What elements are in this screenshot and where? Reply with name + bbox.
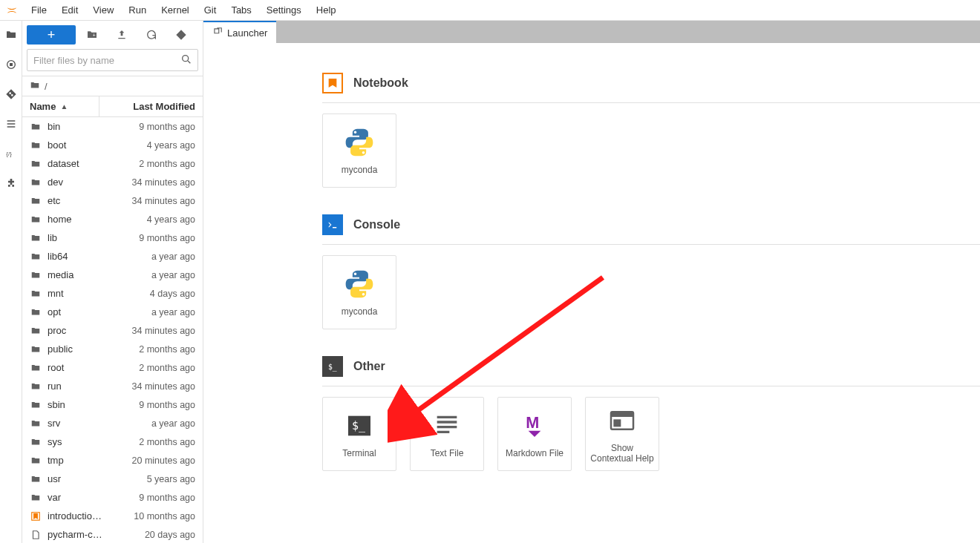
card-label: myconda bbox=[342, 165, 378, 175]
tab-launcher[interactable]: Launcher bbox=[203, 21, 276, 43]
inspector-icon[interactable]: {/} bbox=[4, 147, 18, 160]
file-row[interactable]: run34 minutes ago bbox=[22, 377, 203, 395]
section-console: Console myconda bbox=[322, 214, 980, 329]
folder-icon bbox=[30, 399, 42, 411]
file-modified: 9 months ago bbox=[110, 400, 195, 410]
menu-help[interactable]: Help bbox=[309, 1, 344, 19]
file-modified: 34 minutes ago bbox=[110, 196, 195, 206]
file-modified: 10 months ago bbox=[110, 511, 195, 521]
other-card-terminal[interactable]: $_ Terminal bbox=[322, 397, 396, 471]
menu-tabs[interactable]: Tabs bbox=[223, 1, 258, 19]
folder-icon bbox=[30, 158, 42, 170]
new-folder-button[interactable]: + bbox=[79, 25, 105, 45]
notebook-badge-icon bbox=[322, 73, 343, 93]
file-name: boot bbox=[48, 139, 110, 151]
menu-run[interactable]: Run bbox=[121, 1, 154, 19]
file-row[interactable]: mnt4 days ago bbox=[22, 284, 203, 303]
sort-ascending-icon: ▲ bbox=[60, 102, 68, 111]
menu-file[interactable]: File bbox=[24, 1, 54, 19]
toc-icon[interactable] bbox=[4, 117, 18, 131]
filter-input[interactable] bbox=[27, 49, 198, 71]
menu-view[interactable]: View bbox=[85, 1, 121, 19]
other-card-textfile[interactable]: Text File bbox=[410, 397, 484, 471]
svg-rect-1 bbox=[10, 63, 13, 66]
file-row[interactable]: tmp20 minutes ago bbox=[22, 451, 203, 470]
git-clone-button[interactable] bbox=[168, 25, 195, 45]
file-row[interactable]: boot4 years ago bbox=[22, 136, 203, 154]
folder-icon bbox=[30, 325, 42, 337]
file-row[interactable]: dev34 minutes ago bbox=[22, 173, 203, 191]
menu-edit[interactable]: Edit bbox=[54, 1, 85, 19]
folder-icon[interactable] bbox=[4, 28, 18, 42]
svg-text:$_: $_ bbox=[328, 363, 337, 372]
contextual-help-icon bbox=[606, 404, 638, 437]
breadcrumb[interactable]: / bbox=[22, 76, 203, 96]
file-row[interactable]: pycharm-c…20 days ago bbox=[22, 525, 203, 543]
file-row[interactable]: proc34 minutes ago bbox=[22, 321, 203, 340]
file-row[interactable]: mediaa year ago bbox=[22, 266, 203, 284]
file-modified: 2 months ago bbox=[110, 159, 195, 169]
new-launcher-button[interactable]: + bbox=[27, 25, 76, 45]
file-row[interactable]: lib9 months ago bbox=[22, 228, 203, 247]
section-title: Other bbox=[353, 360, 385, 373]
file-name: run bbox=[48, 381, 110, 392]
column-name-header[interactable]: Name ▲ bbox=[22, 96, 99, 116]
file-modified: 4 days ago bbox=[110, 289, 195, 299]
file-row[interactable]: home4 years ago bbox=[22, 210, 203, 228]
file-row[interactable]: usr5 years ago bbox=[22, 470, 203, 488]
file-modified: a year ago bbox=[110, 251, 195, 262]
file-modified: 9 months ago bbox=[110, 493, 195, 503]
menu-git[interactable]: Git bbox=[197, 1, 224, 19]
menu-settings[interactable]: Settings bbox=[259, 1, 309, 19]
file-row[interactable]: opta year ago bbox=[22, 303, 203, 321]
card-label: Text File bbox=[431, 448, 464, 458]
file-row[interactable]: dataset2 months ago bbox=[22, 154, 203, 173]
other-card-markdown[interactable]: M Markdown File bbox=[497, 397, 572, 471]
console-card-myconda[interactable]: myconda bbox=[322, 255, 396, 329]
folder-icon bbox=[30, 214, 42, 226]
svg-rect-11 bbox=[611, 412, 633, 417]
file-row[interactable]: etc34 minutes ago bbox=[22, 191, 203, 210]
git-icon[interactable] bbox=[4, 88, 18, 101]
svg-text:{/}: {/} bbox=[6, 151, 12, 157]
file-modified: 9 months ago bbox=[110, 233, 195, 243]
file-row[interactable]: bin9 months ago bbox=[22, 117, 203, 136]
refresh-button[interactable] bbox=[138, 25, 165, 45]
file-name: lib64 bbox=[48, 251, 110, 262]
file-row[interactable]: srva year ago bbox=[22, 414, 203, 432]
file-modified: a year ago bbox=[110, 418, 195, 429]
main-area: Launcher Notebook bbox=[203, 21, 980, 543]
folder-icon bbox=[30, 436, 42, 448]
column-modified-header[interactable]: Last Modified bbox=[99, 101, 203, 112]
file-row[interactable]: sbin9 months ago bbox=[22, 395, 203, 414]
file-name: sbin bbox=[48, 399, 110, 410]
file-row[interactable]: lib64a year ago bbox=[22, 247, 203, 266]
file-row[interactable]: root2 months ago bbox=[22, 358, 203, 377]
svg-point-4 bbox=[183, 56, 189, 62]
file-row[interactable]: var9 months ago bbox=[22, 488, 203, 507]
extension-icon[interactable] bbox=[4, 177, 18, 190]
file-row[interactable]: sys2 months ago bbox=[22, 432, 203, 451]
section-other: $_ Other $_ Terminal bbox=[322, 356, 980, 471]
tab-bar: Launcher bbox=[203, 21, 980, 43]
activity-bar: {/} bbox=[0, 21, 22, 543]
file-modified: 2 months ago bbox=[110, 363, 195, 373]
launcher-icon bbox=[212, 27, 223, 39]
menu-kernel[interactable]: Kernel bbox=[154, 1, 197, 19]
file-modified: 34 minutes ago bbox=[110, 381, 195, 392]
notebook-card-myconda[interactable]: myconda bbox=[322, 113, 396, 188]
svg-text:+: + bbox=[93, 33, 96, 38]
file-list[interactable]: bin9 months agoboot4 years agodataset2 m… bbox=[22, 117, 203, 543]
file-name: sys bbox=[48, 436, 110, 447]
notebook-icon bbox=[30, 510, 42, 522]
python-icon bbox=[343, 126, 376, 159]
running-icon[interactable] bbox=[4, 58, 18, 71]
file-row[interactable]: introductio…10 months ago bbox=[22, 507, 203, 525]
svg-text:M: M bbox=[526, 413, 539, 432]
file-name: bin bbox=[48, 121, 110, 132]
folder-icon bbox=[30, 492, 42, 504]
file-row[interactable]: public2 months ago bbox=[22, 340, 203, 358]
file-name: etc bbox=[48, 195, 110, 206]
upload-button[interactable] bbox=[108, 25, 135, 45]
other-card-contextual-help[interactable]: Show Contextual Help bbox=[585, 397, 659, 471]
